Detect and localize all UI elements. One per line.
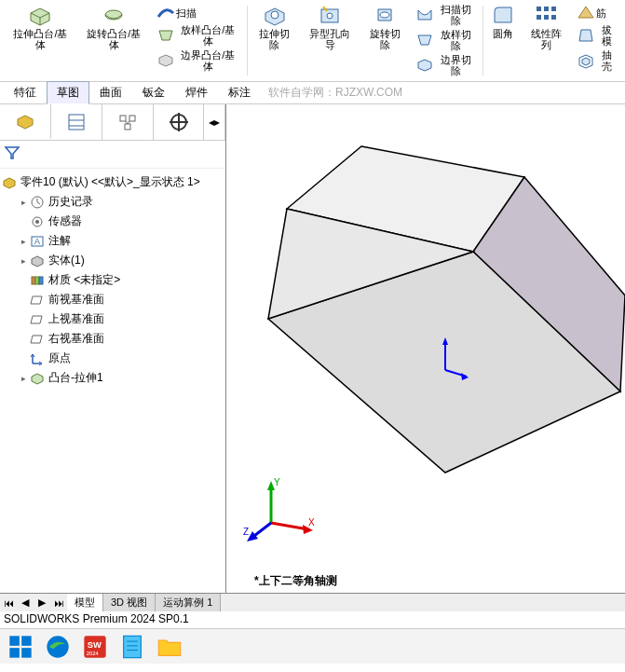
tree-right-plane[interactable]: 右视基准面 (2, 329, 224, 349)
filter-icon[interactable] (4, 151, 20, 164)
revolve-boss-button[interactable]: 旋转凸台/基体 (80, 2, 148, 51)
svg-rect-10 (551, 15, 556, 20)
side-tab-feature-tree[interactable] (0, 104, 51, 140)
sweep-button[interactable]: 扫描 (154, 2, 198, 22)
tab-feature[interactable]: 特征 (4, 81, 47, 104)
tree-boss-extrude[interactable]: ▸ 凸台-拉伸1 (2, 368, 224, 388)
svg-rect-50 (21, 636, 31, 646)
expand-icon[interactable]: ▸ (19, 374, 28, 383)
hole-wizard-label: 异型孔向导 (305, 28, 356, 50)
svg-point-1 (271, 11, 279, 19)
rib-button[interactable]: 筋 (574, 2, 608, 22)
tree-root[interactable]: 零件10 (默认) <<默认>_显示状态 1> (2, 172, 224, 192)
svg-rect-52 (21, 648, 31, 658)
triad-x-label: X (308, 517, 315, 528)
tab-surface[interactable]: 曲面 (89, 81, 132, 104)
tree-root-label: 零件10 (默认) <<默认>_显示状态 1> (20, 174, 200, 190)
side-tab-config[interactable] (102, 104, 154, 140)
edge-browser-icon[interactable] (45, 634, 71, 660)
tree-front-label: 前视基准面 (48, 292, 104, 308)
expand-icon[interactable]: ▸ (19, 256, 28, 266)
svg-rect-7 (551, 7, 556, 11)
file-explorer-icon[interactable] (156, 634, 183, 660)
svg-rect-9 (544, 15, 549, 20)
command-tabs: 特征 草图 曲面 钣金 焊件 标注 软件自学网：RJZXW.COM (0, 82, 625, 104)
tab-weldment[interactable]: 焊件 (175, 81, 218, 104)
tree-material[interactable]: 材质 <未指定> (2, 270, 224, 290)
start-button[interactable] (7, 634, 34, 660)
tab-annotate[interactable]: 标注 (218, 81, 261, 104)
tree-top-plane[interactable]: 上视基准面 (2, 309, 224, 329)
fillet-button[interactable]: 圆角 (488, 2, 518, 40)
tree-annotations[interactable]: ▸ A 注解 (2, 231, 224, 251)
tree-solid[interactable]: ▸ 实体(1) (2, 251, 224, 270)
solidworks-app-icon[interactable]: SW2024 (82, 634, 108, 660)
svg-point-27 (35, 220, 39, 224)
loft-boss-button[interactable]: 放样凸台/基体 (154, 22, 242, 48)
draft-icon (576, 26, 596, 45)
side-tab-dimxpert[interactable] (154, 104, 205, 140)
graphics-viewport[interactable]: Y X Z *上下二等角轴测 (226, 104, 625, 593)
svg-rect-49 (9, 636, 19, 646)
tree-solid-label: 实体(1) (48, 253, 85, 268)
bottom-tab-motion[interactable]: 运动算例 1 (156, 594, 221, 611)
svg-rect-6 (544, 7, 549, 11)
tree-top-label: 上视基准面 (48, 311, 104, 327)
extrude-cut-button[interactable]: 拉伸切除 (252, 2, 297, 51)
svg-line-45 (271, 523, 308, 529)
draft-button[interactable]: 拔模 (574, 22, 618, 48)
sweep-cut-label: 扫描切除 (435, 4, 476, 26)
svg-point-4 (380, 12, 389, 18)
tab-sheetmetal[interactable]: 钣金 (132, 81, 175, 104)
tree-annotations-label: 注解 (48, 233, 71, 249)
linear-pattern-button[interactable]: 线性阵列 (523, 2, 568, 51)
watermark-text: 软件自学网：RJZXW.COM (268, 85, 402, 101)
svg-text:A: A (34, 237, 40, 246)
tree-history[interactable]: ▸ 历史记录 (2, 192, 224, 212)
annotations-icon: A (30, 234, 45, 249)
loft-cut-button[interactable]: 放样切除 (413, 27, 478, 52)
tab-sketch[interactable]: 草图 (47, 81, 89, 104)
tree-origin-label: 原点 (48, 350, 71, 366)
boundary-boss-label: 边界凸台/基体 (176, 49, 240, 72)
boundary-cut-button[interactable]: 边界切除 (413, 52, 478, 77)
tree-front-plane[interactable]: 前视基准面 (2, 290, 224, 309)
tree-sensors[interactable]: 传感器 (2, 212, 224, 231)
side-tab-property[interactable] (51, 104, 102, 140)
linear-pattern-icon (533, 3, 559, 27)
sweep-icon (156, 3, 176, 21)
svg-rect-31 (35, 277, 39, 284)
tab-nav-prev[interactable]: ◀ (17, 594, 34, 611)
plane-icon (30, 293, 45, 308)
hole-wizard-button[interactable]: 异型孔向导 (303, 2, 358, 51)
side-tabs: ◂▸ (0, 104, 225, 141)
tree-filter-row (0, 141, 225, 169)
rib-label: 筋 (596, 7, 606, 19)
loft-boss-icon (156, 26, 176, 45)
notepad-icon[interactable] (119, 634, 145, 660)
bottom-tab-model[interactable]: 模型 (67, 594, 103, 611)
shell-button[interactable]: 抽壳 (574, 48, 618, 73)
boundary-boss-button[interactable]: 边界凸台/基体 (154, 48, 242, 73)
solid-icon (30, 254, 45, 268)
revolve-cut-icon (372, 3, 398, 27)
sweep-cut-button[interactable]: 扫描切除 (413, 2, 478, 27)
tree-right-label: 右视基准面 (48, 331, 104, 347)
revolve-cut-button[interactable]: 旋转切除 (362, 2, 407, 51)
svg-rect-8 (537, 15, 541, 20)
sensors-icon (30, 214, 45, 229)
svg-rect-57 (124, 636, 142, 657)
expand-icon[interactable]: ▸ (19, 237, 28, 246)
svg-text:SW: SW (88, 640, 102, 650)
plane-icon (30, 332, 45, 347)
tree-origin[interactable]: 原点 (2, 349, 224, 368)
tab-nav-next[interactable]: ▶ (34, 594, 50, 611)
extrude-boss-button[interactable]: 拉伸凸台/基体 (7, 2, 75, 51)
expand-icon[interactable]: ▸ (19, 198, 28, 207)
side-tab-more[interactable]: ◂▸ (204, 104, 225, 140)
bottom-tab-3dview[interactable]: 3D 视图 (103, 594, 156, 611)
tab-nav-last[interactable]: ⏭ (50, 594, 67, 611)
status-bar: SOLIDWORKS Premium 2024 SP0.1 (0, 611, 625, 628)
tab-nav-first[interactable]: ⏮ (0, 594, 17, 611)
fillet-label: 圆角 (493, 28, 513, 39)
